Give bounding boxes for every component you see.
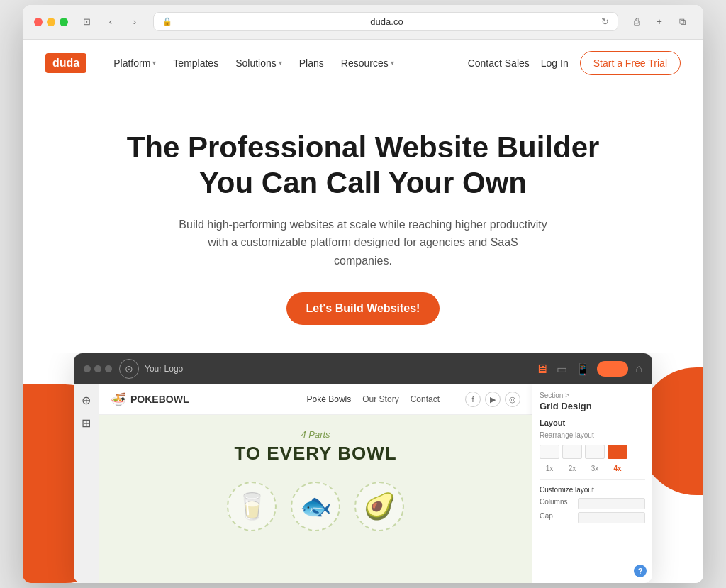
window-toggle-button[interactable]: ⊡ (77, 12, 96, 32)
hero-title: The Professional Website Builder You Can… (45, 130, 681, 201)
hero-subtitle: Build high-performing websites at scale … (179, 216, 547, 270)
close-button[interactable] (34, 18, 43, 26)
builder-logo-area: ⊙ Your Logo (119, 359, 183, 379)
browser-window: ⊡ ‹ › 🔒 duda.co ↻ ⎙ + ⧉ duda Platform ▾ (23, 5, 703, 584)
panel-divider (540, 479, 645, 480)
nav-templates[interactable]: Templates (166, 53, 225, 73)
mobile-icon[interactable]: 📱 (576, 362, 590, 376)
food-items-row: 🥛 🐟 🥑 (227, 482, 404, 531)
contact-sales-link[interactable]: Contact Sales (468, 57, 530, 69)
address-bar[interactable]: 🔒 duda.co ↻ (153, 12, 618, 31)
nav-solutions[interactable]: Solutions ▾ (228, 53, 289, 73)
site-logo-icon: 🍜 (111, 392, 126, 407)
share-button[interactable]: ⎙ (627, 12, 647, 32)
design-panel: Section > Grid Design Layout Rearrange l… (532, 384, 652, 583)
youtube-icon[interactable]: ▶ (485, 392, 501, 407)
widgets-icon[interactable]: ⊞ (79, 416, 94, 430)
nav-links: Platform ▾ Templates Solutions ▾ Plans R… (106, 53, 462, 73)
site-content: 4 Parts TO EVERY BOWL 🥛 🐟 🥑 (99, 415, 532, 583)
builder-preview: ⊙ Your Logo 🖥 ▭ 📱 ⌂ ⊕ (74, 353, 652, 583)
gap-label: Gap (540, 512, 575, 523)
builder-device-icons: 🖥 ▭ 📱 (535, 362, 590, 377)
layers-icon[interactable]: ⊕ (79, 393, 94, 407)
preview-section: ⊙ Your Logo 🖥 ▭ 📱 ⌂ ⊕ (23, 353, 703, 583)
navbar: duda Platform ▾ Templates Solutions ▾ Pl… (23, 40, 703, 87)
url-text: duda.co (177, 16, 597, 27)
desktop-icon[interactable]: 🖥 (535, 362, 548, 377)
site-nav-links: Poké Bowls Our Story Contact (307, 394, 440, 404)
site-social-icons: f ▶ ◎ (465, 392, 520, 407)
builder-dot-3 (105, 365, 112, 372)
panel-breadcrumb: Section > (540, 392, 645, 399)
layout-option-1[interactable] (540, 445, 559, 459)
builder-dot-2 (94, 365, 101, 372)
back-button[interactable]: ‹ (101, 12, 121, 32)
builder-traffic-lights (84, 365, 112, 372)
layout-num-3: 3x (585, 465, 605, 472)
nav-resources[interactable]: Resources ▾ (334, 53, 401, 73)
food-item-2: 🐟 (291, 482, 340, 531)
forward-button[interactable]: › (125, 12, 145, 32)
traffic-lights (34, 18, 68, 26)
builder-logo-circle: ⊙ (119, 359, 139, 379)
columns-input[interactable] (578, 498, 645, 509)
panel-rearrange-label: Rearrange layout (540, 431, 645, 439)
nav-platform[interactable]: Platform ▾ (106, 53, 163, 73)
new-tab-button[interactable]: + (649, 12, 669, 32)
cta-button[interactable]: Let's Build Websites! (286, 292, 440, 325)
gap-input[interactable] (578, 512, 645, 523)
preview-toggle[interactable] (597, 361, 628, 377)
nav-right: Contact Sales Log In Start a Free Trial (468, 51, 681, 75)
tablet-icon[interactable]: ▭ (557, 362, 567, 376)
browser-controls: ⊡ ‹ › (77, 12, 145, 32)
builder-chrome: ⊙ Your Logo 🖥 ▭ 📱 ⌂ (74, 353, 652, 384)
food-circle-1: 🥛 (227, 482, 277, 531)
panel-gap-row: Gap (540, 512, 645, 523)
site-main-title: TO EVERY BOWL (234, 443, 396, 465)
layout-num-2: 2x (562, 465, 582, 472)
layout-grid (540, 445, 645, 459)
chevron-down-icon: ▾ (279, 59, 282, 67)
lock-icon: 🔒 (162, 17, 172, 26)
chevron-down-icon: ▾ (391, 59, 394, 67)
panel-customize-label: Customize layout (540, 486, 645, 494)
start-trial-button[interactable]: Start a Free Trial (580, 51, 681, 75)
help-button[interactable]: ? (634, 565, 647, 577)
website-preview: ⊕ ⊞ 🍜 POKEBOWL Poké Bowls (74, 384, 652, 583)
maximize-button[interactable] (60, 18, 68, 26)
layout-option-3[interactable] (585, 445, 605, 459)
site-tagline: 4 Parts (301, 429, 330, 440)
site-nav-link-2: Our Story (362, 394, 398, 404)
builder-dot-1 (84, 365, 91, 372)
columns-label: Columns (540, 498, 575, 509)
layout-num-4: 4x (608, 465, 627, 472)
login-link[interactable]: Log In (541, 57, 569, 69)
layout-numbers: 1x 2x 3x 4x (540, 465, 645, 472)
main-preview: 🍜 POKEBOWL Poké Bowls Our Story Contact … (99, 384, 532, 583)
nav-plans[interactable]: Plans (292, 53, 331, 73)
browser-chrome: ⊡ ‹ › 🔒 duda.co ↻ ⎙ + ⧉ (23, 5, 703, 40)
food-item-1: 🥛 (227, 482, 277, 531)
home-icon[interactable]: ⌂ (635, 362, 642, 375)
site-brand-name: POKEBOWL (130, 394, 189, 405)
more-button[interactable]: ⧉ (672, 12, 692, 32)
page-content: duda Platform ▾ Templates Solutions ▾ Pl… (23, 40, 703, 584)
food-circle-2: 🐟 (291, 482, 340, 531)
layout-option-2[interactable] (562, 445, 582, 459)
panel-title: Grid Design (540, 401, 645, 411)
refresh-icon[interactable]: ↻ (601, 16, 609, 27)
chevron-down-icon: ▾ (152, 59, 156, 67)
food-item-3: 🥑 (354, 482, 404, 531)
builder-sidebar: ⊕ ⊞ (74, 384, 99, 583)
minimize-button[interactable] (47, 18, 55, 26)
panel-layout-label: Layout (540, 418, 645, 427)
site-nav-link-3: Contact (411, 394, 440, 404)
facebook-icon[interactable]: f (465, 392, 481, 407)
panel-columns-row: Columns (540, 498, 645, 509)
layout-num-1: 1x (540, 465, 559, 472)
site-logo: 🍜 POKEBOWL (111, 392, 189, 407)
duda-logo[interactable]: duda (45, 53, 86, 73)
layout-option-4-active[interactable] (608, 445, 627, 459)
instagram-icon[interactable]: ◎ (505, 392, 520, 407)
food-circle-3: 🥑 (354, 482, 404, 531)
